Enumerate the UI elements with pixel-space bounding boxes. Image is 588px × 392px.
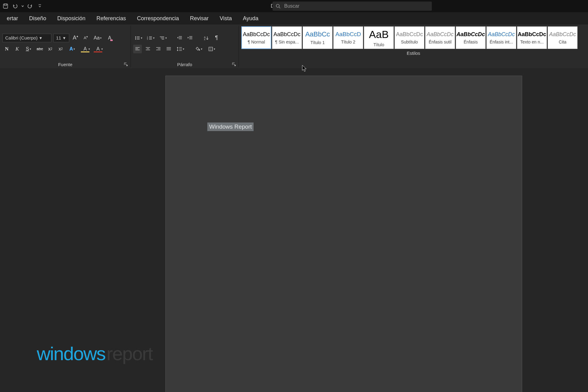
group-font: Calibri (Cuerpo)▾ 11▾ A▴ A▾ Aa▾ A N K S▾ bbox=[0, 24, 130, 68]
styles-gallery[interactable]: AaBbCcDc¶ NormalAaBbCcDc¶ Sin espa...AaB… bbox=[239, 24, 588, 49]
qat-customize[interactable] bbox=[36, 2, 44, 10]
style--normal[interactable]: AaBbCcDc¶ Normal bbox=[241, 26, 271, 49]
style-name: ¶ Normal bbox=[248, 40, 265, 44]
grow-font-button[interactable]: A▴ bbox=[71, 34, 80, 42]
tab-mailings[interactable]: Correspondencia bbox=[131, 12, 184, 24]
title-bar: Documento1 - Word bbox=[0, 0, 588, 12]
style-name: Énfasis sutil bbox=[429, 40, 452, 44]
style--nfasis[interactable]: AaBbCcDcÉnfasis bbox=[456, 26, 486, 49]
style-name: Texto en n... bbox=[520, 40, 544, 44]
style-preview: AaBbCcDc bbox=[518, 31, 546, 38]
subscript-button[interactable]: x2 bbox=[46, 45, 55, 53]
search-input[interactable] bbox=[284, 3, 429, 9]
style--sin-espa-[interactable]: AaBbCcDc¶ Sin espa... bbox=[272, 26, 302, 49]
style--nfasis-sutil[interactable]: AaBbCcDcÉnfasis sutil bbox=[425, 26, 455, 49]
style-name: Título 2 bbox=[341, 40, 356, 44]
style-preview: AaBbCcDc bbox=[427, 31, 454, 38]
style-preview: AaBbCcDc bbox=[456, 31, 485, 38]
style-subt-tulo[interactable]: AaBbCcDcSubtítulo bbox=[394, 26, 424, 49]
underline-button[interactable]: S▾ bbox=[23, 45, 34, 53]
svg-rect-0 bbox=[3, 4, 8, 8]
chevron-down-icon: ▾ bbox=[63, 35, 66, 41]
italic-button[interactable]: K bbox=[13, 45, 21, 53]
align-left-button[interactable] bbox=[133, 45, 142, 53]
highlight-button[interactable]: A▾ bbox=[80, 45, 91, 53]
tab-view[interactable]: Vista bbox=[214, 12, 237, 24]
style--nfasis-int-[interactable]: AaBbCcDcÉnfasis int... bbox=[486, 26, 516, 49]
clear-format-button[interactable]: A bbox=[105, 34, 114, 42]
font-dialog-launcher[interactable] bbox=[124, 62, 129, 67]
bold-button[interactable]: N bbox=[2, 45, 11, 53]
group-paragraph: ▾ 123▾ ▾ AZ ¶ bbox=[131, 24, 239, 68]
svg-text:3: 3 bbox=[147, 38, 148, 40]
svg-text:Z: Z bbox=[204, 38, 205, 40]
group-label-font: Fuente bbox=[58, 62, 73, 67]
style-cita[interactable]: AaBbCcDcCita bbox=[548, 26, 578, 49]
style-preview: AaBbCc bbox=[305, 30, 330, 38]
svg-rect-5 bbox=[110, 40, 113, 41]
group-styles: AaBbCcDc¶ NormalAaBbCcDc¶ Sin espa...AaB… bbox=[239, 24, 588, 68]
svg-point-6 bbox=[135, 36, 136, 37]
style-name: Título 1 bbox=[311, 40, 325, 45]
numbering-button[interactable]: 123▾ bbox=[145, 34, 156, 42]
style-t-tulo[interactable]: AaBTítulo bbox=[364, 26, 394, 49]
watermark-logo: windowsreport bbox=[37, 343, 153, 364]
svg-point-10 bbox=[135, 39, 136, 40]
show-marks-button[interactable]: ¶ bbox=[212, 34, 221, 42]
style-name: Énfasis int... bbox=[490, 40, 513, 44]
style-texto-en-n-[interactable]: AaBbCcDcTexto en n... bbox=[517, 26, 547, 49]
page[interactable]: Windows Report bbox=[165, 76, 522, 392]
align-right-button[interactable] bbox=[154, 45, 163, 53]
change-case-button[interactable]: Aa▾ bbox=[92, 34, 104, 42]
style-preview: AaBbCcD bbox=[335, 31, 361, 38]
style-preview: AaBbCcDc bbox=[488, 31, 515, 38]
svg-rect-1 bbox=[4, 4, 7, 6]
borders-button[interactable]: ▾ bbox=[206, 45, 217, 53]
ribbon: Calibri (Cuerpo)▾ 11▾ A▴ A▾ Aa▾ A N K S▾ bbox=[0, 24, 588, 68]
search-icon bbox=[276, 4, 281, 9]
font-color-button[interactable]: A▾ bbox=[92, 45, 104, 53]
group-label-styles: Estilos bbox=[407, 51, 420, 56]
redo-button[interactable] bbox=[26, 2, 34, 10]
line-spacing-button[interactable]: ▾ bbox=[175, 45, 186, 53]
bullets-button[interactable]: ▾ bbox=[133, 34, 144, 42]
shading-button[interactable]: ▾ bbox=[193, 45, 204, 53]
sort-button[interactable]: AZ bbox=[202, 34, 210, 42]
svg-point-44 bbox=[199, 49, 200, 51]
search-box[interactable] bbox=[273, 2, 432, 11]
style-preview: AaBbCcDc bbox=[243, 31, 270, 38]
style-name: Subtítulo bbox=[401, 40, 418, 44]
chevron-down-icon: ▾ bbox=[40, 35, 42, 41]
autosave-toggle[interactable] bbox=[1, 2, 10, 10]
strike-button[interactable]: abc bbox=[36, 45, 44, 53]
style-t-tulo-2[interactable]: AaBbCcDTítulo 2 bbox=[333, 26, 363, 49]
multilevel-button[interactable]: ▾ bbox=[158, 34, 168, 42]
style-preview: AaB bbox=[369, 28, 389, 40]
tab-insert[interactable]: ertar bbox=[1, 12, 24, 24]
selected-text[interactable]: Windows Report bbox=[207, 123, 254, 131]
align-center-button[interactable] bbox=[144, 45, 152, 53]
tab-help[interactable]: Ayuda bbox=[237, 12, 264, 24]
style-name: Énfasis bbox=[464, 40, 478, 44]
style-name: ¶ Sin espa... bbox=[275, 40, 299, 44]
decrease-indent-button[interactable] bbox=[175, 34, 184, 42]
svg-line-4 bbox=[279, 7, 280, 8]
tab-references[interactable]: Referencias bbox=[91, 12, 131, 24]
style-t-tulo-1[interactable]: AaBbCcTítulo 1 bbox=[303, 26, 333, 49]
style-name: Título bbox=[373, 42, 384, 47]
paragraph-dialog-launcher[interactable] bbox=[232, 62, 237, 67]
undo-button[interactable] bbox=[11, 2, 20, 10]
tab-design[interactable]: Diseño bbox=[24, 12, 52, 24]
font-size-combo[interactable]: 11▾ bbox=[53, 34, 69, 42]
text-effects-button[interactable]: A▾ bbox=[67, 45, 78, 53]
style-preview: AaBbCcDc bbox=[396, 31, 423, 38]
undo-menu[interactable] bbox=[21, 2, 24, 10]
superscript-button[interactable]: x2 bbox=[56, 45, 65, 53]
tab-layout[interactable]: Disposición bbox=[52, 12, 91, 24]
font-name-combo[interactable]: Calibri (Cuerpo)▾ bbox=[2, 34, 51, 42]
justify-button[interactable] bbox=[164, 45, 173, 53]
shrink-font-button[interactable]: A▾ bbox=[81, 34, 90, 42]
tab-review[interactable]: Revisar bbox=[184, 12, 214, 24]
svg-point-8 bbox=[135, 37, 136, 38]
increase-indent-button[interactable] bbox=[186, 34, 194, 42]
